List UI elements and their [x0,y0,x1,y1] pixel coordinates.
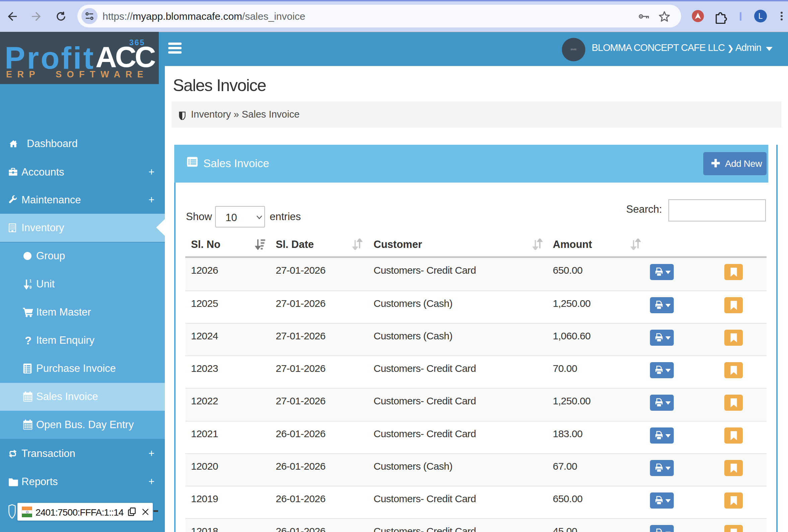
svg-text:1: 1 [29,279,32,283]
svg-text:9: 9 [29,285,32,290]
